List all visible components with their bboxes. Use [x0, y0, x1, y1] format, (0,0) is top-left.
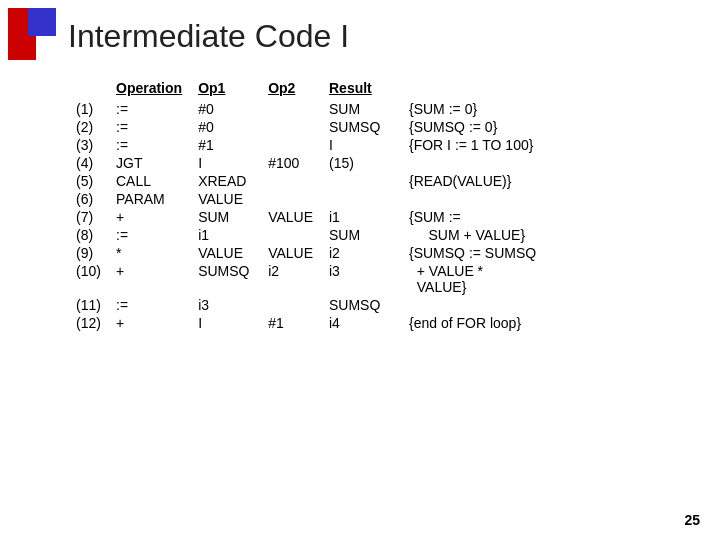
row-result: [321, 190, 401, 208]
row-result: i2: [321, 244, 401, 262]
page-number: 25: [684, 512, 700, 528]
table-row: (8):=i1SUM SUM + VALUE}: [68, 226, 700, 244]
row-comment: [401, 190, 700, 208]
row-operation: JGT: [108, 154, 190, 172]
row-operation: +: [108, 262, 190, 296]
row-op1: VALUE: [190, 244, 260, 262]
row-operation: :=: [108, 118, 190, 136]
row-comment: SUM + VALUE}: [401, 226, 700, 244]
row-operation: :=: [108, 226, 190, 244]
row-num: (10): [68, 262, 108, 296]
row-op1: #0: [190, 118, 260, 136]
row-operation: :=: [108, 136, 190, 154]
header-result: Result: [321, 78, 401, 100]
row-result: i4: [321, 314, 401, 332]
row-result: SUMSQ: [321, 118, 401, 136]
row-result: SUM: [321, 226, 401, 244]
table-row: (6)PARAMVALUE: [68, 190, 700, 208]
table-row: (1):=#0SUM{SUM := 0}: [68, 100, 700, 118]
header-comment: [401, 78, 700, 100]
header-op1: Op1: [190, 78, 260, 100]
row-result: (15): [321, 154, 401, 172]
row-op2: [260, 118, 321, 136]
row-comment: {SUM :=: [401, 208, 700, 226]
table-row: (3):=#1I{FOR I := 1 TO 100}: [68, 136, 700, 154]
row-num: (6): [68, 190, 108, 208]
table-row: (12)+I#1i4{end of FOR loop}: [68, 314, 700, 332]
table-row: (11):=i3SUMSQ: [68, 296, 700, 314]
row-result: I: [321, 136, 401, 154]
row-op1: I: [190, 154, 260, 172]
row-num: (9): [68, 244, 108, 262]
row-op1: I: [190, 314, 260, 332]
row-num: (7): [68, 208, 108, 226]
row-comment: + VALUE * VALUE}: [401, 262, 700, 296]
row-num: (8): [68, 226, 108, 244]
row-op2: [260, 296, 321, 314]
table-row: (2):=#0SUMSQ{SUMSQ := 0}: [68, 118, 700, 136]
row-num: (2): [68, 118, 108, 136]
row-result: SUM: [321, 100, 401, 118]
row-op1: VALUE: [190, 190, 260, 208]
row-result: i3: [321, 262, 401, 296]
row-op2: #1: [260, 314, 321, 332]
row-operation: :=: [108, 100, 190, 118]
row-op2: [260, 136, 321, 154]
page-title: Intermediate Code I: [68, 18, 349, 55]
row-comment: {READ(VALUE)}: [401, 172, 700, 190]
row-num: (12): [68, 314, 108, 332]
header-operation: Operation: [108, 78, 190, 100]
header-num: [68, 78, 108, 100]
row-op2: VALUE: [260, 208, 321, 226]
row-operation: CALL: [108, 172, 190, 190]
content-area: Operation Op1 Op2 Result (1):=#0SUM{SUM …: [68, 78, 700, 332]
row-op1: #1: [190, 136, 260, 154]
row-op2: VALUE: [260, 244, 321, 262]
row-op1: i1: [190, 226, 260, 244]
row-num: (1): [68, 100, 108, 118]
table-row: (10)+SUMSQi2i3 + VALUE * VALUE}: [68, 262, 700, 296]
row-op2: i2: [260, 262, 321, 296]
row-op1: XREAD: [190, 172, 260, 190]
row-op1: i3: [190, 296, 260, 314]
row-op1: SUMSQ: [190, 262, 260, 296]
row-num: (11): [68, 296, 108, 314]
row-operation: PARAM: [108, 190, 190, 208]
row-result: SUMSQ: [321, 296, 401, 314]
header-op2: Op2: [260, 78, 321, 100]
row-comment: {end of FOR loop}: [401, 314, 700, 332]
table-row: (5)CALLXREAD{READ(VALUE)}: [68, 172, 700, 190]
row-comment: {FOR I := 1 TO 100}: [401, 136, 700, 154]
row-comment: {SUM := 0}: [401, 100, 700, 118]
row-operation: *: [108, 244, 190, 262]
row-comment: [401, 296, 700, 314]
row-op2: #100: [260, 154, 321, 172]
row-comment: [401, 154, 700, 172]
table-row: (4)JGTI#100(15): [68, 154, 700, 172]
row-op1: #0: [190, 100, 260, 118]
table-row: (9)*VALUEVALUEi2{SUMSQ := SUMSQ: [68, 244, 700, 262]
row-operation: +: [108, 314, 190, 332]
row-comment: {SUMSQ := 0}: [401, 118, 700, 136]
row-num: (4): [68, 154, 108, 172]
row-comment: {SUMSQ := SUMSQ: [401, 244, 700, 262]
row-op2: [260, 190, 321, 208]
table-row: (7)+SUMVALUEi1{SUM :=: [68, 208, 700, 226]
row-op2: [260, 100, 321, 118]
row-op2: [260, 226, 321, 244]
row-operation: +: [108, 208, 190, 226]
row-operation: :=: [108, 296, 190, 314]
row-op2: [260, 172, 321, 190]
row-num: (3): [68, 136, 108, 154]
row-result: i1: [321, 208, 401, 226]
intermediate-code-table: Operation Op1 Op2 Result (1):=#0SUM{SUM …: [68, 78, 700, 332]
accent-blue: [28, 8, 56, 36]
row-result: [321, 172, 401, 190]
row-num: (5): [68, 172, 108, 190]
header-accent: [0, 0, 60, 70]
row-op1: SUM: [190, 208, 260, 226]
